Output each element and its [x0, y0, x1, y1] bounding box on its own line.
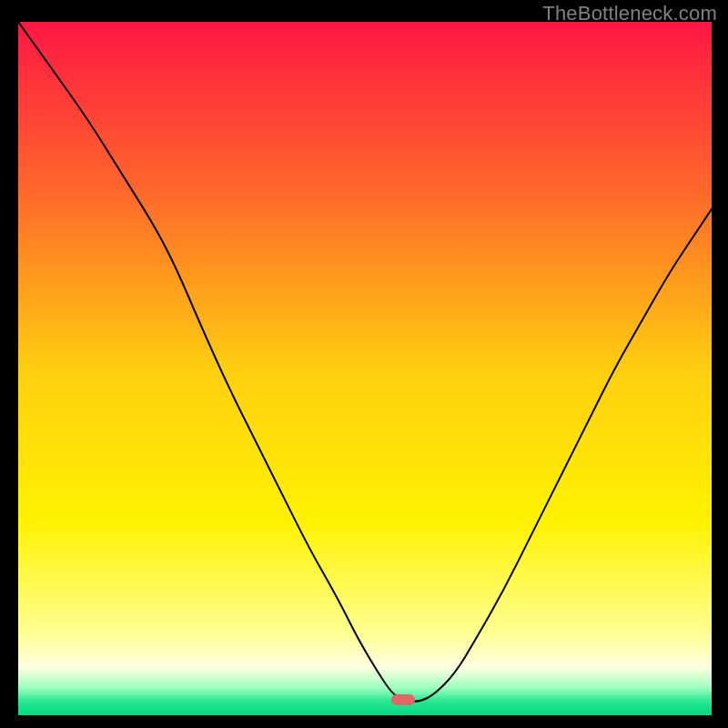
optimal-marker [391, 694, 415, 705]
plot-area [18, 22, 712, 715]
chart-svg [18, 22, 712, 715]
gradient-background [18, 22, 712, 715]
chart-frame: TheBottleneck.com [0, 0, 728, 728]
